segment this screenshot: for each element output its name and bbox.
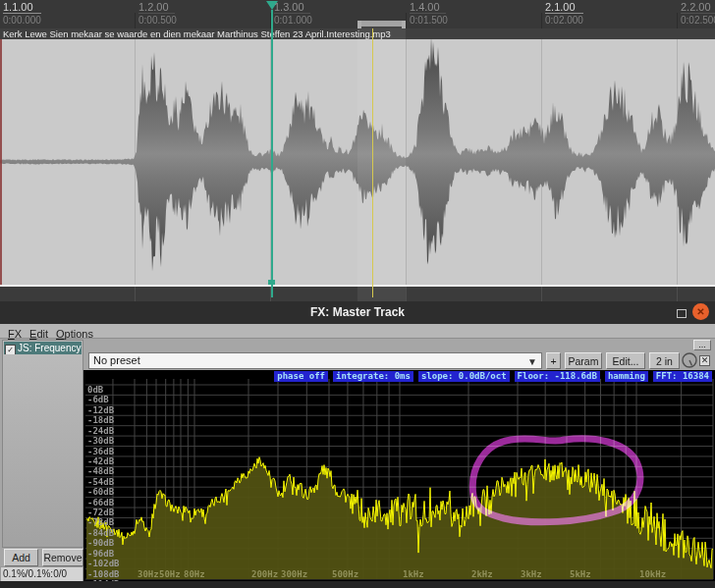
analyzer-param-phase[interactable]: phase off (274, 371, 328, 382)
menu-fx[interactable]: FX (8, 327, 22, 341)
preset-dropdown[interactable]: No preset ▼ (88, 352, 542, 369)
ruler-time-label: 0:01.000 (274, 15, 312, 26)
preset-value: No preset (93, 354, 140, 366)
db-axis-label: -60dB (87, 487, 115, 497)
db-axis-label: -12dB (87, 405, 115, 415)
fx-window: FX: Master Track ✕ FXEditOptions ✓JS: Fr… (0, 301, 715, 588)
db-axis-label: -78dB (87, 517, 115, 527)
analyzer-param-hamming[interactable]: hamming (605, 371, 648, 382)
db-axis-label: -108dB (87, 569, 120, 579)
edit-button[interactable]: Edit... (606, 352, 645, 369)
play-cursor-line[interactable] (271, 10, 273, 297)
freq-axis-label: 3kHz (521, 569, 542, 579)
ruler-beat-label: 2.2.00 (681, 1, 715, 14)
db-axis-label: 0dB (87, 385, 104, 395)
db-axis-label: -42dB (87, 456, 115, 466)
ruler-beat-label: 1.1.00 (3, 1, 41, 14)
db-axis-label: -102dB (87, 559, 120, 568)
ruler-time-label: 0:02.000 (545, 15, 583, 26)
media-item-label[interactable]: Kerk Lewe Sien mekaar se waarde en dien … (0, 28, 715, 39)
db-axis-label: -36dB (87, 447, 115, 456)
analyzer-param-slope[interactable]: slope: 0.0dB/oct (418, 371, 510, 382)
freq-axis-label: 2kHz (471, 569, 493, 579)
fx-chain-list[interactable]: ✓JS: Frequency S (2, 340, 83, 548)
analyzer-param-fft[interactable]: FFT: 16384 (653, 371, 712, 382)
db-axis-label: -66dB (87, 498, 115, 508)
freq-axis-label: 1kHz (403, 569, 424, 579)
freq-axis-label: 300Hz (281, 569, 307, 579)
freq-axis-label: 200Hz (251, 569, 278, 579)
more-options-button[interactable]: ... (693, 340, 711, 350)
db-axis-label: -54dB (87, 477, 115, 487)
ruler-time-label: 0:02.500 (681, 15, 715, 26)
wet-dry-knob[interactable] (682, 352, 697, 368)
cpu-status-readout: 0.1%/0.1%:0/0 (0, 566, 83, 582)
add-fx-button[interactable]: Add (4, 549, 38, 566)
ruler-beat-label: 1.3.00 (274, 1, 310, 14)
analyzer-param-integrate[interactable]: integrate: 0ms (333, 371, 413, 382)
remove-fx-button[interactable]: Remove (42, 549, 83, 566)
fx-chain-item-frequency-spectrum[interactable]: ✓JS: Frequency S (4, 342, 82, 354)
loop-selection-bar (358, 21, 406, 27)
ruler-time-label: 0:01.500 (410, 15, 448, 26)
chevron-down-icon: ▼ (527, 354, 537, 369)
io-button[interactable]: 2 in (649, 352, 680, 369)
timeline-ruler[interactable]: 1.1.001.2.001.3.001.4.002.1.002.2.000:00… (0, 0, 715, 28)
db-axis-label: -84dB (87, 528, 115, 538)
db-axis-label: -48dB (87, 466, 115, 476)
ruler-beat-label: 1.2.00 (138, 1, 175, 14)
freq-axis-label: 5kHz (570, 569, 591, 579)
analyzer-param-floor[interactable]: Floor: -118.6dB (515, 371, 600, 382)
menu-edit[interactable]: Edit (29, 327, 48, 341)
db-axis-label: -24dB (87, 426, 115, 436)
freq-axis-label: 80Hz (184, 569, 205, 579)
fx-window-title: FX: Master Track (0, 305, 715, 319)
ruler-beat-label: 2.1.00 (545, 1, 583, 14)
menu-options[interactable]: Options (56, 327, 93, 341)
fx-window-titlebar[interactable]: FX: Master Track ✕ (0, 301, 715, 324)
fx-chain-item-label: JS: Frequency S (18, 343, 82, 353)
ruler-tick (406, 13, 407, 28)
param-button[interactable]: Param (565, 352, 602, 369)
window-bottom-edge (0, 581, 715, 588)
freq-axis-label: 10kHz (639, 569, 666, 579)
freq-axis-label: 500Hz (332, 569, 358, 579)
db-axis-label: -30dB (87, 436, 115, 446)
db-axis-label: -72dB (87, 508, 115, 517)
ruler-time-label: 0:00.000 (3, 15, 41, 26)
ruler-tick (677, 13, 678, 28)
waveform-display[interactable] (0, 39, 715, 301)
freq-axis-label: 30Hz (138, 569, 159, 579)
ruler-beat-label: 1.4.00 (410, 1, 446, 14)
db-axis-label: -96dB (87, 549, 115, 559)
db-axis-label: -90dB (87, 538, 115, 548)
fx-menubar: FXEditOptions (0, 324, 715, 339)
db-axis-label: -18dB (87, 415, 115, 425)
spectrum-analyzer-display[interactable]: 0dB-6dB-12dB-18dB-24dB-30dB-36dB-42dB-48… (83, 370, 715, 581)
ruler-tick (541, 13, 542, 28)
maximize-icon[interactable] (677, 309, 687, 318)
reaper-screen: 1.1.001.2.001.3.001.4.002.1.002.2.000:00… (0, 0, 715, 588)
analyzer-params-row: phase offintegrate: 0msslope: 0.0dB/octF… (83, 371, 713, 382)
ruler-tick (135, 13, 136, 28)
ruler-time-label: 0:00.500 (138, 15, 177, 26)
fx-enable-checkbox[interactable]: ✓ (5, 345, 16, 354)
close-icon[interactable]: ✕ (692, 303, 709, 320)
add-preset-button[interactable]: + (546, 352, 561, 369)
freq-axis-label: 50Hz (159, 569, 181, 579)
bypass-checkbox[interactable]: ✕ (699, 355, 710, 366)
play-cursor-foot (268, 280, 275, 285)
db-axis-label: -6dB (87, 395, 109, 404)
edit-cursor-line[interactable] (372, 28, 373, 297)
